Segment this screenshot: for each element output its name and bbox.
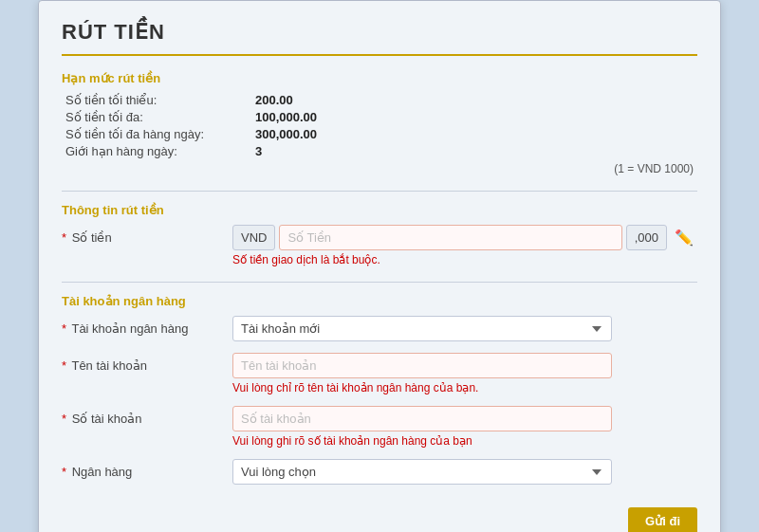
- info-section: Thông tin rút tiền * Số tiền VND ,000 ✏️…: [62, 203, 697, 266]
- amount-suffix: ,000: [626, 225, 667, 250]
- modal-title: RÚT TIỀN: [62, 20, 697, 56]
- section-divider: [62, 191, 697, 192]
- account-number-label: * Số tài khoản: [62, 406, 232, 426]
- limit-min-label: Số tiền tối thiểu:: [65, 93, 255, 107]
- edit-icon[interactable]: ✏️: [671, 225, 697, 250]
- amount-row: * Số tiền VND ,000 ✏️ Số tiền giao dịch …: [62, 225, 697, 266]
- amount-input-group: VND ,000 ✏️: [232, 225, 697, 250]
- limit-note: (1 = VND 1000): [62, 162, 697, 175]
- limit-daily-count-value: 3: [255, 144, 262, 158]
- bank-account-row: * Tài khoản ngân hàng Tài khoản mới: [62, 316, 697, 341]
- account-name-label: * Tên tài khoản: [62, 353, 232, 373]
- limit-row-daily-count: Giới hạn hàng ngày: 3: [62, 144, 697, 158]
- account-name-error: Vui lòng chỉ rõ tên tài khoản ngân hàng …: [232, 381, 697, 394]
- limit-row-min: Số tiền tối thiểu: 200.00: [62, 93, 697, 107]
- bank-select[interactable]: Vui lòng chọn: [232, 459, 612, 485]
- bank-section: Tài khoản ngân hàng * Tài khoản ngân hàn…: [62, 294, 697, 485]
- bank-row: * Ngân hàng Vui lòng chọn: [62, 459, 697, 485]
- limit-max-value: 100,000.00: [255, 110, 317, 124]
- button-row: Gửi đi: [62, 500, 697, 532]
- info-section-title: Thông tin rút tiền: [62, 203, 697, 217]
- withdraw-modal: RÚT TIỀN Hạn mức rút tiền Số tiền tối th…: [38, 0, 721, 532]
- limit-daily-max-value: 300,000.00: [255, 127, 317, 141]
- bank-required-star: *: [62, 465, 66, 479]
- limit-row-max: Số tiền tối đa: 100,000.00: [62, 110, 697, 124]
- bank-account-control: Tài khoản mới: [232, 316, 697, 341]
- bank-account-select[interactable]: Tài khoản mới: [232, 316, 612, 341]
- amount-required-star: *: [62, 230, 66, 245]
- limit-row-daily-max: Số tiền tối đa hàng ngày: 300,000.00: [62, 127, 697, 141]
- account-number-control: Vui lòng ghi rõ số tài khoản ngân hàng c…: [232, 406, 697, 448]
- account-number-input[interactable]: [232, 406, 612, 431]
- amount-input[interactable]: [279, 225, 621, 250]
- amount-error: Số tiền giao dịch là bắt buộc.: [232, 253, 697, 266]
- account-number-error: Vui lòng ghi rõ số tài khoản ngân hàng c…: [232, 434, 697, 448]
- bank-section-title: Tài khoản ngân hàng: [62, 294, 697, 308]
- limit-max-label: Số tiền tối đa:: [65, 110, 255, 124]
- account-name-control: Vui lòng chỉ rõ tên tài khoản ngân hàng …: [232, 353, 697, 394]
- bank-control: Vui lòng chọn: [232, 459, 697, 485]
- bank-divider: [62, 282, 697, 283]
- bank-account-required-star: *: [62, 321, 66, 336]
- account-number-required-star: *: [62, 412, 66, 426]
- limit-daily-count-label: Giới hạn hàng ngày:: [65, 144, 255, 158]
- limit-min-value: 200.00: [255, 93, 293, 107]
- account-name-row: * Tên tài khoản Vui lòng chỉ rõ tên tài …: [62, 353, 697, 394]
- account-name-required-star: *: [62, 358, 66, 373]
- limit-section: Hạn mức rút tiền Số tiền tối thiểu: 200.…: [62, 71, 697, 175]
- amount-control: VND ,000 ✏️ Số tiền giao dịch là bắt buộ…: [232, 225, 697, 266]
- limit-section-title: Hạn mức rút tiền: [62, 71, 697, 85]
- account-name-input[interactable]: [232, 353, 612, 378]
- limit-daily-max-label: Số tiền tối đa hàng ngày:: [65, 127, 255, 141]
- amount-label: * Số tiền: [62, 225, 232, 245]
- submit-button[interactable]: Gửi đi: [628, 507, 697, 532]
- account-number-row: * Số tài khoản Vui lòng ghi rõ số tài kh…: [62, 406, 697, 448]
- bank-label: * Ngân hàng: [62, 459, 232, 479]
- bank-account-label: * Tài khoản ngân hàng: [62, 316, 232, 336]
- currency-label: VND: [232, 225, 275, 250]
